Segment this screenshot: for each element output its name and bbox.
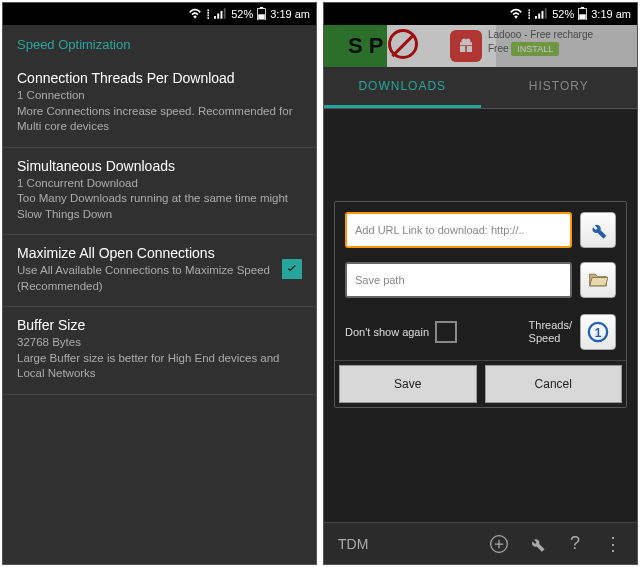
setting-title: Maximize All Open Connections (17, 245, 274, 261)
svg-rect-7 (535, 16, 537, 19)
wifi-icon (509, 8, 523, 21)
setting-sub: Use All Available Connections to Maximiz… (17, 263, 274, 294)
downloads-screen: ⁞ 52% 3:19 am S P Ladooo - Free recharge… (323, 2, 638, 565)
setting-title: Connection Threads Per Download (17, 70, 302, 86)
clock: 3:19 am (591, 8, 631, 20)
add-download-dialog: Add URL Link to download: http://.. Save… (334, 201, 627, 408)
svg-rect-2 (221, 10, 223, 18)
signal-icon (214, 8, 227, 21)
dont-show-checkbox[interactable] (435, 321, 457, 343)
setting-simultaneous-downloads[interactable]: Simultaneous Downloads 1 Concurrent Down… (3, 148, 316, 236)
setting-sub: 1 Concurrent Download Too Many Downloads… (17, 176, 302, 223)
battery-percent: 52% (231, 8, 253, 20)
tab-downloads[interactable]: DOWNLOADS (324, 67, 481, 108)
signal-icon (535, 8, 548, 21)
setting-sub: 1 Connection More Connections increase s… (17, 88, 302, 135)
status-bar: ⁞ 52% 3:19 am (324, 3, 637, 25)
svg-rect-1 (217, 13, 219, 18)
settings-wrench-button[interactable] (580, 212, 616, 248)
clock: 3:19 am (270, 8, 310, 20)
svg-rect-6 (259, 14, 266, 19)
save-button[interactable]: Save (339, 365, 477, 403)
tab-history[interactable]: HISTORY (481, 67, 638, 108)
wifi-icon (188, 8, 202, 21)
ad-text: Ladooo - Free recharge Free INSTALL (488, 29, 593, 56)
setting-sub: 32768 Bytes Large Buffer size is better … (17, 335, 302, 382)
tab-bar: DOWNLOADS HISTORY (324, 67, 637, 109)
svg-rect-10 (545, 8, 547, 18)
bottom-toolbar: TDM ? ⋮ (324, 522, 637, 564)
ad-install-button[interactable]: INSTALL (511, 42, 559, 56)
svg-rect-0 (214, 16, 216, 19)
setting-connection-threads[interactable]: Connection Threads Per Download 1 Connec… (3, 60, 316, 148)
settings-screen: ⁞ 52% 3:19 am Speed Optimization Connect… (2, 2, 317, 565)
ad-stop-text: S P (348, 33, 383, 59)
cancel-button[interactable]: Cancel (485, 365, 623, 403)
wrench-icon[interactable] (527, 534, 547, 554)
battery-icon (257, 7, 266, 22)
dont-show-again[interactable]: Don't show again (345, 321, 521, 343)
svg-rect-13 (580, 14, 587, 19)
threads-speed-button[interactable]: 1 (580, 314, 616, 350)
svg-rect-8 (538, 13, 540, 18)
overflow-menu-icon[interactable]: ⋮ (603, 534, 623, 554)
app-label: TDM (338, 536, 368, 552)
no-symbol-icon (388, 29, 418, 59)
svg-rect-9 (542, 10, 544, 18)
setting-title: Simultaneous Downloads (17, 158, 302, 174)
url-input[interactable]: Add URL Link to download: http://.. (345, 212, 572, 248)
setting-maximize-connections[interactable]: Maximize All Open Connections Use All Av… (3, 235, 316, 307)
section-header-speed: Speed Optimization (3, 25, 316, 60)
svg-rect-3 (224, 8, 226, 18)
setting-title: Buffer Size (17, 317, 302, 333)
threads-speed-label: Threads/ Speed (529, 319, 572, 345)
battery-percent: 52% (552, 8, 574, 20)
svg-text:1: 1 (595, 326, 602, 340)
help-icon[interactable]: ? (565, 534, 585, 554)
checkbox-checked-icon[interactable] (282, 259, 302, 279)
ad-banner[interactable]: S P Ladooo - Free recharge Free INSTALL (324, 25, 637, 67)
browse-folder-button[interactable] (580, 262, 616, 298)
battery-icon (578, 7, 587, 22)
setting-buffer-size[interactable]: Buffer Size 32768 Bytes Large Buffer siz… (3, 307, 316, 395)
status-bar: ⁞ 52% 3:19 am (3, 3, 316, 25)
save-path-input[interactable]: Save path (345, 262, 572, 298)
gift-icon (450, 30, 482, 62)
add-icon[interactable] (489, 534, 509, 554)
